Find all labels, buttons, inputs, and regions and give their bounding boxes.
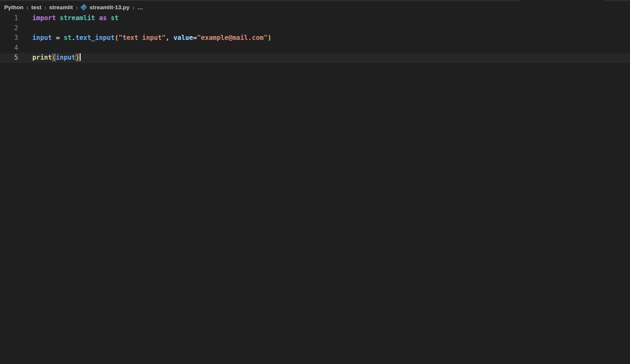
code-line-text[interactable]: input = st.text_input("text input", valu… <box>18 33 630 43</box>
code-token-keyword: as <box>99 14 107 22</box>
text-cursor <box>80 53 81 61</box>
code-token-bracket: ( <box>115 34 118 42</box>
gutter-line-number[interactable]: 2 <box>0 24 18 34</box>
chevron-right-icon: › <box>132 3 134 12</box>
code-token-plain: = <box>193 34 197 42</box>
code-token-function: text_input <box>76 34 115 42</box>
code-token-keyword: import <box>32 14 56 22</box>
python-file-icon <box>81 4 87 10</box>
code-token-bracket: ) <box>268 34 271 42</box>
code-token-plain: , <box>165 34 173 42</box>
code-line current-line-highlight[interactable]: 5print(input) <box>0 53 630 63</box>
code-line-text[interactable]: import streamlit as st <box>18 13 630 24</box>
bracket-match-token: ( <box>52 54 56 61</box>
chevron-right-icon: › <box>26 3 29 12</box>
code-token-plain: = <box>52 34 64 42</box>
bracket-match-token: ) <box>76 54 79 61</box>
code-token-variable: input <box>32 34 52 42</box>
chevron-right-icon: › <box>44 3 46 12</box>
code-token-plain <box>56 14 60 22</box>
breadcrumb-item-symbol-ellipsis[interactable]: … <box>137 4 144 10</box>
breadcrumb-item-streamlit[interactable]: streamlit <box>49 4 73 10</box>
code-token-plain: . <box>71 34 75 42</box>
code-token-variable: input <box>56 54 76 61</box>
breadcrumb-item-python[interactable]: Python <box>4 4 24 10</box>
code-token-string: "example@mail.com" <box>197 34 268 42</box>
breadcrumb-item-test[interactable]: test <box>31 4 41 10</box>
code-line[interactable]: 4 <box>0 43 630 53</box>
code-line[interactable]: 1import streamlit as st <box>0 13 630 24</box>
code-token-module: streamlit <box>60 14 95 22</box>
breadcrumb-file-label: streamlit-13.py <box>89 4 129 10</box>
chevron-right-icon: › <box>76 3 78 12</box>
gutter-line-number[interactable]: 3 <box>0 33 18 43</box>
breadcrumb-item-file[interactable]: streamlit-13.py <box>81 4 129 10</box>
gutter-line-number[interactable]: 1 <box>0 13 18 24</box>
code-token-parameter: value <box>173 34 193 42</box>
breadcrumb: Python › test › streamlit › streamlit-13… <box>0 1 630 13</box>
code-line[interactable]: 2 <box>0 24 630 34</box>
code-token-plain <box>107 14 110 22</box>
gutter-line-number[interactable]: 4 <box>0 43 18 53</box>
code-line[interactable]: 3input = st.text_input("text input", val… <box>0 33 630 43</box>
code-token-builtin: print <box>32 54 52 61</box>
code-editor[interactable]: 1import streamlit as st23input = st.text… <box>0 13 630 364</box>
gutter-line-number[interactable]: 5 <box>0 53 18 63</box>
code-token-module: st <box>111 14 119 22</box>
code-token-plain <box>95 14 99 22</box>
code-token-string: "text input" <box>118 34 165 42</box>
code-line-text[interactable]: print(input) <box>18 53 630 63</box>
code-token-module: st <box>64 34 72 42</box>
